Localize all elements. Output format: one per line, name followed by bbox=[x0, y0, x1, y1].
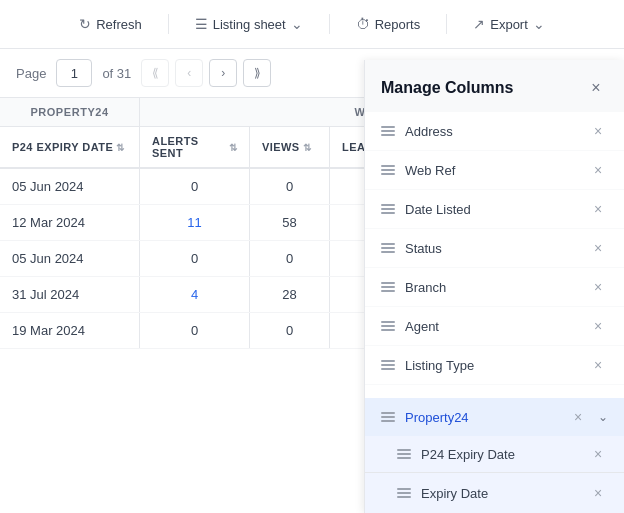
export-button[interactable]: ↗ Export ⌄ bbox=[459, 10, 559, 38]
column-remove-date_listed[interactable]: × bbox=[588, 199, 608, 219]
panel-header: Manage Columns × bbox=[365, 60, 624, 112]
cell-alerts-sent: 4 bbox=[140, 277, 250, 312]
cell-p24-expiry: 31 Jul 2024 bbox=[0, 277, 140, 312]
toolbar: ↻ Refresh ☰ Listing sheet ⌄ ⏱ Reports ↗ … bbox=[0, 0, 624, 49]
property24-group-children: P24 Expiry Date × bbox=[365, 436, 624, 472]
cell-alerts-sent: 11 bbox=[140, 205, 250, 240]
cell-views: 58 bbox=[250, 205, 330, 240]
first-page-button[interactable]: ⟪ bbox=[141, 59, 169, 87]
column-remove-address[interactable]: × bbox=[588, 121, 608, 141]
column-name-listing_type: Listing Type bbox=[405, 358, 578, 373]
column-item-address[interactable]: Address× bbox=[365, 112, 624, 150]
column-name-status: Status bbox=[405, 241, 578, 256]
cell-p24-expiry: 05 Jun 2024 bbox=[0, 169, 140, 204]
cell-views: 28 bbox=[250, 277, 330, 312]
drag-handle-p24-expiry[interactable] bbox=[397, 449, 411, 459]
p24-expiry-remove-button[interactable]: × bbox=[588, 444, 608, 464]
reports-button[interactable]: ⏱ Reports bbox=[342, 10, 435, 38]
cell-alerts-sent: 0 bbox=[140, 313, 250, 348]
property24-group: Property24 × ⌄ P24 Expiry Date × bbox=[365, 398, 624, 472]
cell-alerts-sent: 0 bbox=[140, 241, 250, 276]
cell-views: 0 bbox=[250, 241, 330, 276]
p24-expiry-date-item[interactable]: P24 Expiry Date × bbox=[365, 436, 624, 472]
drag-handle-expiry[interactable] bbox=[397, 488, 411, 498]
column-remove-listing_type[interactable]: × bbox=[588, 355, 608, 375]
column-item-branch[interactable]: Branch× bbox=[365, 268, 624, 306]
export-chevron-icon: ⌄ bbox=[533, 16, 545, 32]
prev-page-button[interactable]: ‹ bbox=[175, 59, 203, 87]
page-label: Page bbox=[16, 66, 46, 81]
property24-chevron-icon: ⌄ bbox=[598, 410, 608, 424]
drag-handle-address[interactable] bbox=[381, 126, 395, 136]
column-remove-branch[interactable]: × bbox=[588, 277, 608, 297]
cell-p24-expiry: 05 Jun 2024 bbox=[0, 241, 140, 276]
panel-close-button[interactable]: × bbox=[584, 76, 608, 100]
panel-title: Manage Columns bbox=[381, 79, 513, 97]
column-item-date_listed[interactable]: Date Listed× bbox=[365, 190, 624, 228]
property24-group-label: Property24 bbox=[405, 410, 558, 425]
last-page-button[interactable]: ⟫ bbox=[243, 59, 271, 87]
col-views[interactable]: VIEWS ⇅ bbox=[250, 127, 330, 167]
property24-remove-button[interactable]: × bbox=[568, 407, 588, 427]
drag-handle-status[interactable] bbox=[381, 243, 395, 253]
column-item-web_ref[interactable]: Web Ref× bbox=[365, 151, 624, 189]
drag-handle-date_listed[interactable] bbox=[381, 204, 395, 214]
reports-icon: ⏱ bbox=[356, 16, 370, 32]
page-input[interactable] bbox=[56, 59, 92, 87]
drag-handle-branch[interactable] bbox=[381, 282, 395, 292]
listing-sheet-icon: ☰ bbox=[195, 16, 208, 32]
toolbar-divider-2 bbox=[329, 14, 330, 34]
col-p24-expiry[interactable]: P24 EXPIRY DATE ⇅ bbox=[0, 127, 140, 167]
column-item-price[interactable]: Price× bbox=[365, 385, 624, 398]
sort-icon-p24: ⇅ bbox=[116, 142, 124, 153]
expiry-remove-button[interactable]: × bbox=[588, 483, 608, 503]
expiry-date-label: Expiry Date bbox=[421, 486, 578, 501]
column-name-agent: Agent bbox=[405, 319, 578, 334]
drag-handle-p24[interactable] bbox=[381, 412, 395, 422]
column-remove-web_ref[interactable]: × bbox=[588, 160, 608, 180]
cell-p24-expiry: 12 Mar 2024 bbox=[0, 205, 140, 240]
drag-handle-listing_type[interactable] bbox=[381, 360, 395, 370]
export-icon: ↗ bbox=[473, 16, 485, 32]
p24-expiry-date-label: P24 Expiry Date bbox=[421, 447, 578, 462]
column-item-status[interactable]: Status× bbox=[365, 229, 624, 267]
refresh-icon: ↻ bbox=[79, 16, 91, 32]
next-page-button[interactable]: › bbox=[209, 59, 237, 87]
drag-handle-agent[interactable] bbox=[381, 321, 395, 331]
column-item-listing_type[interactable]: Listing Type× bbox=[365, 346, 624, 384]
of-text: of 31 bbox=[102, 66, 131, 81]
column-list: Address×Web Ref×Date Listed×Status×Branc… bbox=[365, 112, 624, 398]
cell-p24-expiry: 19 Mar 2024 bbox=[0, 313, 140, 348]
drag-handle-web_ref[interactable] bbox=[381, 165, 395, 175]
column-remove-status[interactable]: × bbox=[588, 238, 608, 258]
listing-sheet-button[interactable]: ☰ Listing sheet ⌄ bbox=[181, 10, 317, 38]
refresh-button[interactable]: ↻ Refresh bbox=[65, 10, 156, 38]
manage-columns-panel: Manage Columns × Address×Web Ref×Date Li… bbox=[364, 60, 624, 513]
col-alerts-sent[interactable]: ALERTS SENT ⇅ bbox=[140, 127, 250, 167]
toolbar-divider-3 bbox=[446, 14, 447, 34]
cell-views: 0 bbox=[250, 169, 330, 204]
column-name-address: Address bbox=[405, 124, 578, 139]
group-p24: PROPERTY24 bbox=[0, 98, 140, 126]
expiry-date-row: Expiry Date × bbox=[365, 472, 624, 513]
sort-icon-alerts: ⇅ bbox=[229, 142, 237, 153]
alerts-link[interactable]: 4 bbox=[191, 287, 198, 302]
chevron-down-icon: ⌄ bbox=[291, 16, 303, 32]
property24-group-header[interactable]: Property24 × ⌄ bbox=[365, 398, 624, 436]
column-item-agent[interactable]: Agent× bbox=[365, 307, 624, 345]
alerts-link[interactable]: 11 bbox=[187, 215, 201, 230]
toolbar-divider-1 bbox=[168, 14, 169, 34]
column-name-branch: Branch bbox=[405, 280, 578, 295]
cell-views: 0 bbox=[250, 313, 330, 348]
cell-alerts-sent: 0 bbox=[140, 169, 250, 204]
column-remove-agent[interactable]: × bbox=[588, 316, 608, 336]
sort-icon-views: ⇅ bbox=[303, 142, 311, 153]
column-name-web_ref: Web Ref bbox=[405, 163, 578, 178]
column-name-date_listed: Date Listed bbox=[405, 202, 578, 217]
